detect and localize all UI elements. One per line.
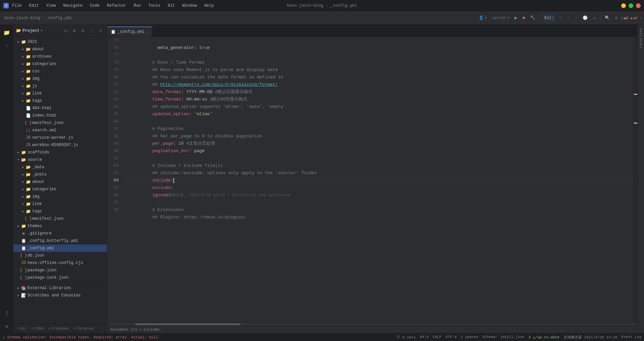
tree-item-img-source[interactable]: ▶ 📁 img	[13, 193, 107, 200]
tree-item-link-source[interactable]: ▶ 📁 link	[13, 200, 107, 208]
editor-content: 75 76 77 78 79 80 81 82 83 84 85 86 87 8…	[107, 37, 637, 322]
maximize-button[interactable]	[629, 3, 633, 8]
git-revert-button[interactable]: ↺	[591, 13, 597, 23]
error-count-icon: ▲	[631, 16, 633, 20]
sidebar-pullrequest-button[interactable]: ⤴	[1, 308, 13, 320]
locate-file-button[interactable]: ◎	[62, 27, 69, 35]
warning-indicator[interactable]: ⚠ ▲2	[621, 16, 629, 20]
tree-item-css[interactable]: ▶ 📁 css	[13, 68, 107, 75]
server-selector[interactable]: server ▼	[490, 13, 511, 23]
tree-options-button[interactable]: ⋮	[88, 27, 96, 35]
collapse-all-button[interactable]: ⊟	[79, 27, 87, 35]
error-indicator[interactable]: ▲ ▲5	[631, 16, 638, 20]
tree-item-404[interactable]: ▶ 📄 404.html	[13, 105, 107, 112]
tab-close-button[interactable]: ✕	[146, 30, 149, 34]
menu-run[interactable]: Run	[132, 3, 142, 9]
close-tree-button[interactable]: ✕	[97, 27, 104, 35]
menu-navigate[interactable]: Navigate	[62, 3, 84, 9]
search-everywhere-button[interactable]: 🔍	[603, 13, 611, 23]
tree-item-hexooffline[interactable]: ▶ JS hexo-offline.config.cjs	[13, 259, 107, 267]
menu-refactor[interactable]: Refactor	[106, 3, 128, 9]
tree-item-js[interactable]: ▶ 📁 js	[13, 82, 107, 90]
terminal-tab-button[interactable]: ⌨ Terminal	[72, 325, 97, 332]
menu-help[interactable]: Help	[203, 3, 215, 9]
status-encoding[interactable]: UTF-8	[445, 335, 457, 339]
tree-item-tags-source[interactable]: ▶ 📁 tags	[13, 208, 107, 215]
tree-item-tags[interactable]: ▶ 📁 tags	[13, 97, 107, 105]
tree-item-dbjson[interactable]: ▶ { } db.json	[13, 252, 107, 259]
menu-tools[interactable]: Tools	[147, 3, 162, 9]
tree-item-packagelockjson[interactable]: ▶ { } package-lock.json	[13, 274, 107, 281]
menu-window[interactable]: Window	[181, 3, 198, 9]
code-area[interactable]: meta_generator: true # Date / Time forma…	[123, 37, 633, 322]
problems-tab-button[interactable]: ⚠ Problems	[46, 325, 71, 332]
tree-item-about-source[interactable]: ▶ 📁 about	[13, 178, 107, 186]
git-rollback-button[interactable]: ↩	[558, 13, 564, 23]
tree-item-categories[interactable]: ▶ 📁 categories	[13, 60, 107, 68]
status-schema[interactable]: Schema: jekyll.json	[482, 335, 524, 339]
stop-button[interactable]: ■	[521, 13, 527, 23]
minimize-button[interactable]	[621, 3, 626, 8]
build-button[interactable]: 🔨	[529, 13, 537, 23]
menu-edit[interactable]: Edit	[28, 3, 40, 9]
sidebar-structure-button[interactable]: ≡	[1, 321, 13, 333]
git-history-button[interactable]: 🕐	[581, 13, 589, 23]
expand-all-button[interactable]: ⊞	[71, 27, 78, 35]
tree-item-themes[interactable]: ▶ 📁 themes	[13, 222, 107, 230]
project-dropdown-icon[interactable]: ▼	[41, 29, 42, 32]
git-pull-button[interactable]: ↓	[573, 13, 579, 23]
menu-git[interactable]: Git	[166, 3, 176, 9]
tree-item-manifest-source[interactable]: ▶ { } manifest.json	[13, 215, 107, 222]
tree-item-external-libs[interactable]: ▶ 📚 External Libraries	[13, 284, 107, 292]
todo-tab-button[interactable]: ☑ TODO	[30, 325, 46, 332]
tree-item-configyml[interactable]: ▶ 📋 _config.yml	[13, 245, 107, 252]
git-tab-button[interactable]: ⑂ Git	[15, 325, 29, 332]
tree-item-archives[interactable]: ▶ 📁 archives	[13, 53, 107, 60]
tree-item-packagejson[interactable]: ▶ { } package.json	[13, 267, 107, 274]
tree-item-2021[interactable]: ▶ 📁 2021	[13, 38, 107, 46]
tree-label: 404.html	[32, 106, 52, 111]
menu-file[interactable]: File	[11, 3, 23, 9]
tree-item-scratches[interactable]: ▶ 📝 Scratches and Consoles	[13, 292, 107, 299]
tree-item-link[interactable]: ▶ 📁 link	[13, 90, 107, 97]
close-button[interactable]	[636, 3, 641, 8]
tree-item-data[interactable]: ▶ 📂 _data	[13, 163, 107, 171]
code-line-94: exclude: 攻城狮杰森, 2021/9/26 14:20 • Initia…	[126, 177, 633, 184]
favorites-panel-button[interactable]: Favorites	[638, 27, 644, 49]
menu-code[interactable]: Code	[89, 3, 101, 9]
tree-item-posts[interactable]: ▶ 📂 _posts	[13, 171, 107, 178]
breadcrumb-project[interactable]: hexo-jason-blog	[4, 16, 40, 20]
status-error-button[interactable]: ⚠ Schema validation: Incompatible types.…	[3, 335, 160, 339]
status-indent[interactable]: 2 spaces	[461, 335, 478, 339]
tree-item-serviceworker[interactable]: ▶ JS service-worker.js	[13, 134, 107, 141]
tree-item-source[interactable]: ▼ 📂 source	[13, 156, 107, 163]
sidebar-commit-button[interactable]: ⑂	[1, 40, 13, 52]
folder-icon-blue: 📁	[25, 98, 31, 104]
status-git[interactable]: 3 △/up-to-date	[529, 335, 559, 339]
status-position[interactable]: 94:9	[420, 335, 428, 339]
status-time[interactable]: ⏱ 0 secs	[396, 335, 416, 339]
tree-item-categories-source[interactable]: ▶ 📁 categories	[13, 186, 107, 193]
tree-item-scaffolds[interactable]: ▶ 📁 scaffolds	[13, 149, 107, 156]
horizontal-scrollbar[interactable]	[107, 322, 637, 326]
tree-item-manifest[interactable]: ▶ { } manifest.json	[13, 119, 107, 127]
tree-item-configbutterfly[interactable]: ▶ 📋 _config.butterfly.yml	[13, 237, 107, 245]
scrollbar-thumb[interactable]	[135, 323, 240, 325]
tree-item-workbox[interactable]: ▶ JS workbox-65969207.js	[13, 141, 107, 149]
user-button[interactable]: 👤 ▼	[477, 13, 488, 23]
tree-item-indexhtml[interactable]: ▶ 📄 index.html	[13, 112, 107, 119]
tree-item-gitignore[interactable]: ▶ ⚙ .gitignore	[13, 230, 107, 237]
status-line-ending[interactable]: CRLF	[433, 335, 441, 339]
menu-view[interactable]: View	[45, 3, 57, 9]
git-push-button[interactable]: ↑	[566, 13, 571, 23]
breadcrumb-file[interactable]: _config.yml	[45, 16, 72, 20]
run-button[interactable]: ▶	[513, 13, 519, 23]
tree-item-about-public[interactable]: ▶ 📂 about	[13, 46, 107, 53]
tree-item-searchxml[interactable]: ▶ ⟨⟩ search.xml	[13, 127, 107, 134]
breadcrumb-sep1: /	[42, 16, 44, 20]
tab-config-yml[interactable]: 📋 _config.yml ✕	[107, 26, 152, 37]
tree-item-img[interactable]: ▶ 📁 img	[13, 75, 107, 82]
event-log-button[interactable]: Event Log	[622, 335, 641, 339]
settings-button[interactable]: ⚙	[613, 13, 619, 23]
sidebar-project-button[interactable]: 📁	[1, 27, 13, 39]
